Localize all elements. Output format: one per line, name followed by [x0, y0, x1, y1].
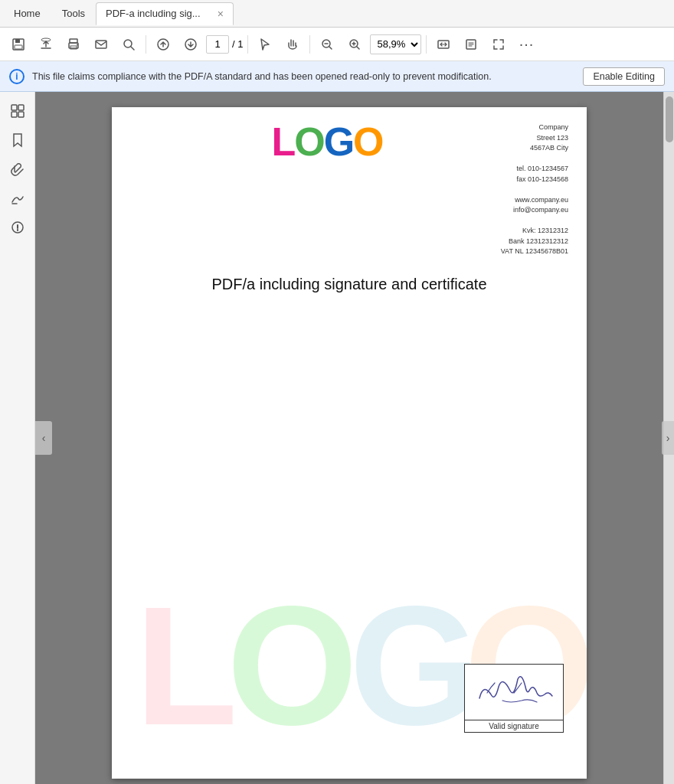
zoom-in-icon	[348, 38, 362, 51]
info-icon: i	[9, 69, 25, 84]
enable-editing-button[interactable]: Enable Editing	[583, 67, 665, 86]
save-icon	[11, 38, 25, 51]
svg-rect-8	[96, 41, 106, 48]
svg-rect-18	[11, 112, 17, 117]
page-navigation: 1 / 1	[206, 35, 243, 54]
bg-logo-G: G	[349, 570, 480, 763]
pan-icon	[286, 38, 299, 51]
save-button[interactable]	[6, 32, 31, 57]
security-icon	[10, 220, 25, 235]
fit-page-icon	[464, 38, 478, 51]
company-address: Street 123	[501, 133, 568, 144]
pan-tool-button[interactable]	[280, 32, 305, 57]
sidebar-attachments-button[interactable]	[5, 156, 31, 182]
toolbar-divider-2	[247, 35, 248, 54]
toolbar: 1 / 1 58,9% 25% 50% 75% 100% 150% 2	[0, 28, 674, 61]
bg-logo-watermark: L O G O	[112, 534, 587, 779]
bg-logo-O1: O	[227, 570, 358, 763]
upload-button[interactable]	[34, 32, 58, 57]
search-button[interactable]	[116, 32, 141, 57]
bookmarks-icon	[10, 132, 25, 148]
tab-pdf-document[interactable]: PDF-a including sig... ×	[96, 2, 234, 25]
rotate-button[interactable]	[459, 32, 483, 57]
cursor-icon	[258, 38, 272, 51]
logo-letter-O1: O	[294, 119, 323, 165]
nav-arrow-right[interactable]: ›	[662, 421, 674, 455]
toolbar-divider-3	[309, 35, 310, 54]
sidebar-thumbnails-button[interactable]	[5, 98, 31, 124]
svg-rect-16	[11, 105, 17, 110]
signature-svg	[472, 671, 556, 714]
info-bar: i This file claims compliance with the P…	[0, 61, 674, 92]
page-number-input[interactable]: 1	[206, 35, 229, 54]
svg-rect-19	[18, 112, 24, 117]
pdf-page: Company Street 123 4567AB City tel. 010-…	[112, 107, 587, 779]
svg-rect-17	[18, 105, 24, 110]
thumbnails-icon	[10, 103, 25, 119]
email-button[interactable]	[89, 32, 113, 57]
fullscreen-icon	[492, 38, 506, 51]
upload-icon	[39, 38, 53, 51]
fit-width-button[interactable]	[431, 32, 456, 57]
nav-arrow-left[interactable]: ‹	[35, 421, 52, 455]
sidebar-bookmarks-button[interactable]	[5, 127, 31, 153]
company-kvk: Kvk: 12312312	[501, 226, 568, 237]
signature-box: Valid signature	[464, 664, 564, 733]
navigate-up-button[interactable]	[151, 32, 175, 57]
svg-rect-1	[15, 39, 20, 43]
company-vat: VAT NL 12345678B01	[501, 247, 568, 257]
zoom-in-button[interactable]	[342, 32, 367, 57]
left-sidebar	[0, 92, 35, 784]
search-icon	[122, 38, 136, 51]
svg-rect-2	[15, 45, 22, 49]
document-title: PDF/a including signature and certificat…	[112, 276, 587, 293]
print-icon	[67, 38, 80, 51]
pdf-viewer[interactable]: Company Street 123 4567AB City tel. 010-…	[35, 92, 663, 784]
scroll-thumb[interactable]	[666, 96, 673, 142]
sidebar-security-button[interactable]	[5, 214, 31, 240]
nav-down-icon	[184, 38, 198, 51]
company-name: Company	[501, 122, 568, 133]
signature-label: Valid signature	[465, 720, 563, 732]
zoom-out-button[interactable]	[315, 32, 339, 57]
bg-logo-L: L	[135, 570, 237, 763]
svg-point-7	[77, 44, 78, 45]
main-area: ‹ Company Street 123 4567AB City tel. 01…	[0, 92, 674, 784]
tab-close-button[interactable]: ×	[218, 8, 224, 20]
signature-drawing	[465, 665, 563, 720]
fullscreen-button[interactable]	[486, 32, 511, 57]
company-header: Company Street 123 4567AB City tel. 010-…	[501, 122, 568, 257]
company-bank: Bank 12312312312	[501, 237, 568, 247]
navigate-down-button[interactable]	[178, 32, 203, 57]
print-button[interactable]	[61, 32, 86, 57]
info-message: This file claims compliance with the PDF…	[32, 71, 575, 82]
page-total-label: / 1	[232, 38, 243, 50]
company-tel: tel. 010-1234567	[501, 164, 568, 175]
tab-tools[interactable]: Tools	[51, 3, 96, 24]
company-fax: fax 010-1234568	[501, 175, 568, 185]
company-email: info@company.eu	[501, 205, 568, 216]
company-web: www.company.eu	[501, 195, 568, 206]
logo-letter-O2: O	[353, 119, 382, 165]
cursor-tool-button[interactable]	[253, 32, 277, 57]
zoom-out-icon	[320, 38, 334, 51]
zoom-select[interactable]: 58,9% 25% 50% 75% 100% 150% 200%	[370, 34, 421, 54]
email-icon	[94, 38, 108, 51]
tab-home[interactable]: Home	[3, 3, 51, 24]
toolbar-divider-4	[426, 35, 427, 54]
logo-letter-L: L	[271, 119, 294, 165]
sidebar-signatures-button[interactable]	[5, 185, 31, 211]
more-button[interactable]: ···	[514, 32, 538, 57]
nav-up-icon	[156, 38, 170, 51]
tab-bar: Home Tools PDF-a including sig... ×	[0, 0, 674, 28]
fit-width-icon	[437, 38, 450, 51]
tab-pdf-label: PDF-a including sig...	[106, 8, 201, 19]
company-postal: 4567AB City	[501, 143, 568, 154]
logo-header: L O G O	[271, 119, 382, 165]
attachments-icon	[10, 162, 25, 177]
signatures-icon	[10, 191, 25, 206]
logo-letter-G: G	[324, 119, 353, 165]
toolbar-divider-1	[146, 35, 146, 54]
